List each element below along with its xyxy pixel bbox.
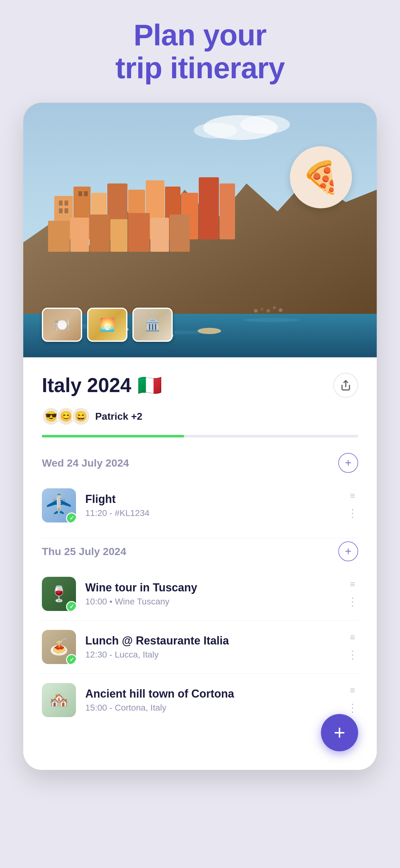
- bottom-spacer: [42, 733, 358, 757]
- wine-tour-name: Wine tour in Tuscany: [85, 581, 338, 594]
- svg-rect-21: [170, 215, 190, 252]
- share-button[interactable]: [333, 373, 358, 398]
- activity-cortona: 🏘️ Ancient hill town of Cortona 15:00 - …: [42, 677, 358, 723]
- phone-mockup: 🍕 Italy 2024 🇮🇹: [23, 103, 377, 770]
- flight-check: ✓: [66, 513, 76, 523]
- cortona-more-button[interactable]: ⋮: [347, 702, 358, 715]
- trip-title: Italy 2024 🇮🇹: [42, 374, 162, 397]
- day-section-thu: Thu 25 July 2024 + 🍷 ✓ Wine tour in Tusc…: [42, 541, 358, 723]
- svg-rect-25: [65, 208, 68, 213]
- cortona-info: Ancient hill town of Cortona 15:00 - Cor…: [85, 687, 338, 713]
- svg-rect-22: [59, 200, 63, 206]
- cortona-controls: ≡ ⋮: [347, 685, 358, 715]
- svg-point-39: [279, 308, 282, 312]
- thumbnail-3: [132, 308, 173, 342]
- wine-tour-more-button[interactable]: ⋮: [347, 595, 358, 609]
- svg-rect-13: [199, 177, 219, 239]
- day-header-thu: Thu 25 July 2024 +: [42, 541, 358, 561]
- progress-fill: [42, 435, 184, 437]
- divider-3: [42, 673, 358, 674]
- activity-flight: ✈️ ✓ Flight 11:20 - #KL1234 ≡ ⋮: [42, 482, 358, 529]
- lunch-thumbnail: 🍝 ✓: [42, 630, 76, 664]
- day-label-wed: Wed 24 July 2024: [42, 457, 129, 469]
- avatar-stack: 😎 😊 😄: [42, 407, 90, 426]
- hero-image: 🍕: [23, 103, 377, 357]
- svg-point-35: [254, 309, 258, 313]
- day-section-wed: Wed 24 July 2024 + ✈️ ✓ Flight 11:20 - #…: [42, 453, 358, 529]
- activity-wine-tour: 🍷 ✓ Wine tour in Tuscany 10:00 • Wine Tu…: [42, 570, 358, 617]
- wine-tour-info: Wine tour in Tuscany 10:00 • Wine Tuscan…: [85, 581, 338, 607]
- thumbnails-row: [42, 308, 173, 342]
- lunch-more-button[interactable]: ⋮: [347, 649, 358, 661]
- activity-lunch: 🍝 ✓ Lunch @ Restaurante Italia 12:30 - L…: [42, 624, 358, 670]
- flight-more-button[interactable]: ⋮: [347, 507, 358, 520]
- progress-bar: [42, 435, 358, 437]
- cortona-thumbnail: 🏘️: [42, 683, 76, 717]
- flight-thumbnail: ✈️ ✓: [42, 488, 76, 523]
- svg-rect-17: [90, 215, 110, 252]
- lunch-name: Lunch @ Restaurante Italia: [85, 634, 338, 647]
- svg-point-38: [273, 306, 276, 309]
- flight-meta: 11:20 - #KL1234: [85, 508, 338, 518]
- svg-point-31: [243, 318, 299, 322]
- lunch-info: Lunch @ Restaurante Italia 12:30 - Lucca…: [85, 634, 338, 660]
- flight-drag-handle[interactable]: ≡: [350, 491, 355, 501]
- svg-rect-27: [84, 191, 88, 196]
- flight-info: Flight 11:20 - #KL1234: [85, 493, 338, 518]
- add-activity-wed-button[interactable]: +: [338, 453, 358, 473]
- cortona-drag-handle[interactable]: ≡: [350, 685, 355, 695]
- wine-tour-controls: ≡ ⋮: [347, 579, 358, 609]
- divider-2: [42, 620, 358, 621]
- thumbnail-2: [87, 308, 128, 342]
- svg-rect-20: [151, 218, 169, 252]
- lunch-check: ✓: [66, 654, 76, 664]
- svg-point-2: [240, 115, 290, 134]
- wine-tour-thumbnail: 🍷 ✓: [42, 577, 76, 611]
- svg-point-3: [194, 123, 237, 138]
- svg-point-37: [266, 309, 270, 313]
- day-header-wed: Wed 24 July 2024 +: [42, 453, 358, 473]
- lunch-meta: 12:30 - Lucca, Italy: [85, 650, 338, 660]
- collaborators: 😎 😊 😄 Patrick +2: [42, 407, 358, 426]
- svg-rect-15: [48, 221, 70, 252]
- page-hero-title: Plan your trip itinerary: [115, 19, 285, 84]
- svg-rect-24: [59, 208, 63, 213]
- svg-rect-16: [70, 218, 89, 252]
- cortona-meta: 15:00 - Cortona, Italy: [85, 703, 338, 713]
- svg-rect-23: [65, 200, 68, 206]
- svg-point-36: [261, 308, 264, 311]
- divider-1: [42, 538, 358, 538]
- lunch-controls: ≡ ⋮: [347, 632, 358, 661]
- svg-point-34: [198, 328, 221, 334]
- thumbnail-1: [42, 308, 82, 342]
- cortona-name: Ancient hill town of Cortona: [85, 687, 338, 700]
- avatar-3: 😄: [72, 407, 90, 426]
- day-label-thu: Thu 25 July 2024: [42, 546, 126, 558]
- collaborator-name: Patrick +2: [95, 411, 142, 422]
- pizza-badge: 🍕: [290, 146, 352, 208]
- flight-controls: ≡ ⋮: [347, 491, 358, 520]
- svg-rect-19: [128, 213, 150, 252]
- lunch-drag-handle[interactable]: ≡: [350, 632, 355, 642]
- add-fab-button[interactable]: +: [321, 714, 358, 751]
- svg-rect-26: [78, 191, 82, 196]
- wine-tour-check: ✓: [66, 601, 76, 611]
- content-area: Italy 2024 🇮🇹 😎 😊 😄 Patrick +2: [23, 357, 377, 770]
- trip-header: Italy 2024 🇮🇹: [42, 373, 358, 398]
- svg-rect-18: [110, 219, 128, 252]
- add-activity-thu-button[interactable]: +: [338, 541, 358, 561]
- wine-tour-drag-handle[interactable]: ≡: [350, 579, 355, 589]
- svg-rect-14: [220, 183, 235, 239]
- flight-name: Flight: [85, 493, 338, 506]
- wine-tour-meta: 10:00 • Wine Tuscany: [85, 597, 338, 607]
